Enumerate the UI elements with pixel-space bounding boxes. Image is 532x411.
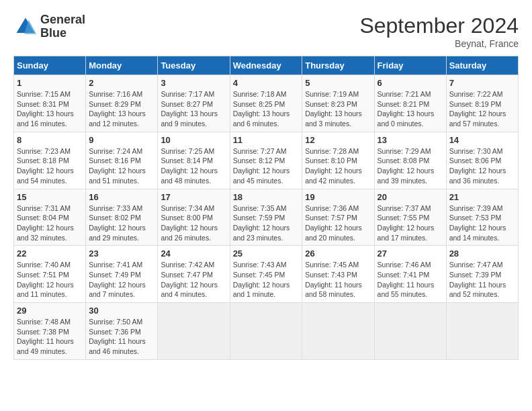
month-title: September 2024: [359, 13, 519, 38]
day-info: Sunrise: 7:41 AM Sunset: 7:49 PM Dayligh…: [89, 260, 154, 300]
calendar-cell: 13 Sunrise: 7:29 AM Sunset: 8:08 PM Dayl…: [374, 132, 446, 189]
calendar-table: SundayMondayTuesdayWednesdayThursdayFrid…: [13, 56, 519, 360]
calendar-cell: 24 Sunrise: 7:42 AM Sunset: 7:47 PM Dayl…: [158, 246, 230, 303]
calendar-cell: 23 Sunrise: 7:41 AM Sunset: 7:49 PM Dayl…: [86, 246, 158, 303]
calendar-cell: [230, 303, 302, 360]
day-info: Sunrise: 7:28 AM Sunset: 8:10 PM Dayligh…: [305, 146, 371, 186]
day-number: 5: [305, 78, 371, 88]
day-info: Sunrise: 7:24 AM Sunset: 8:16 PM Dayligh…: [89, 146, 154, 186]
calendar-cell: 14 Sunrise: 7:30 AM Sunset: 8:06 PM Dayl…: [446, 132, 518, 189]
day-number: 10: [161, 135, 226, 145]
day-info: Sunrise: 7:39 AM Sunset: 7:53 PM Dayligh…: [449, 203, 515, 243]
day-number: 2: [89, 78, 154, 88]
calendar-cell: 22 Sunrise: 7:40 AM Sunset: 7:51 PM Dayl…: [14, 246, 86, 303]
calendar-cell: [374, 303, 446, 360]
day-info: Sunrise: 7:18 AM Sunset: 8:25 PM Dayligh…: [233, 89, 300, 129]
day-number: 3: [161, 78, 226, 88]
weekday-header-friday: Friday: [374, 56, 446, 75]
day-info: Sunrise: 7:34 AM Sunset: 8:00 PM Dayligh…: [161, 203, 226, 243]
day-info: Sunrise: 7:33 AM Sunset: 8:02 PM Dayligh…: [89, 203, 154, 243]
day-number: 30: [89, 306, 154, 316]
day-info: Sunrise: 7:45 AM Sunset: 7:43 PM Dayligh…: [305, 260, 371, 300]
calendar-cell: 20 Sunrise: 7:37 AM Sunset: 7:55 PM Dayl…: [374, 189, 446, 246]
day-number: 15: [17, 192, 83, 202]
day-info: Sunrise: 7:27 AM Sunset: 8:12 PM Dayligh…: [233, 146, 300, 186]
title-area: September 2024 Beynat, France: [359, 13, 519, 49]
calendar-cell: 1 Sunrise: 7:15 AM Sunset: 8:31 PM Dayli…: [14, 75, 86, 132]
weekday-header-tuesday: Tuesday: [158, 56, 230, 75]
day-info: Sunrise: 7:21 AM Sunset: 8:21 PM Dayligh…: [378, 89, 443, 129]
day-number: 9: [89, 135, 154, 145]
day-number: 18: [233, 192, 300, 202]
calendar-cell: 25 Sunrise: 7:43 AM Sunset: 7:45 PM Dayl…: [230, 246, 302, 303]
day-number: 27: [378, 248, 443, 259]
day-info: Sunrise: 7:25 AM Sunset: 8:14 PM Dayligh…: [161, 146, 226, 186]
day-number: 21: [449, 192, 515, 202]
calendar-cell: 6 Sunrise: 7:21 AM Sunset: 8:21 PM Dayli…: [374, 75, 446, 132]
day-number: 19: [305, 192, 371, 202]
calendar-week-4: 22 Sunrise: 7:40 AM Sunset: 7:51 PM Dayl…: [14, 246, 519, 303]
calendar-cell: 11 Sunrise: 7:27 AM Sunset: 8:12 PM Dayl…: [230, 132, 302, 189]
day-number: 28: [449, 248, 515, 259]
day-number: 4: [233, 78, 300, 88]
calendar-cell: 26 Sunrise: 7:45 AM Sunset: 7:43 PM Dayl…: [302, 246, 374, 303]
day-number: 22: [17, 248, 83, 259]
day-info: Sunrise: 7:30 AM Sunset: 8:06 PM Dayligh…: [449, 146, 515, 186]
day-info: Sunrise: 7:29 AM Sunset: 8:08 PM Dayligh…: [378, 146, 443, 186]
day-number: 6: [378, 78, 443, 88]
day-number: 7: [449, 78, 515, 88]
day-info: Sunrise: 7:36 AM Sunset: 7:57 PM Dayligh…: [305, 203, 371, 243]
calendar-cell: 12 Sunrise: 7:28 AM Sunset: 8:10 PM Dayl…: [302, 132, 374, 189]
page-header: General Blue September 2024 Beynat, Fran…: [13, 13, 519, 49]
calendar-cell: [158, 303, 230, 360]
calendar-cell: 16 Sunrise: 7:33 AM Sunset: 8:02 PM Dayl…: [86, 189, 158, 246]
location: Beynat, France: [359, 38, 519, 49]
day-number: 29: [17, 306, 83, 316]
day-info: Sunrise: 7:19 AM Sunset: 8:23 PM Dayligh…: [305, 89, 371, 129]
calendar-cell: 3 Sunrise: 7:17 AM Sunset: 8:27 PM Dayli…: [158, 75, 230, 132]
day-number: 17: [161, 192, 226, 202]
day-number: 25: [233, 248, 300, 259]
day-number: 26: [305, 248, 371, 259]
weekday-header-thursday: Thursday: [302, 56, 374, 75]
calendar-cell: 15 Sunrise: 7:31 AM Sunset: 8:04 PM Dayl…: [14, 189, 86, 246]
calendar-cell: 27 Sunrise: 7:46 AM Sunset: 7:41 PM Dayl…: [374, 246, 446, 303]
weekday-header-wednesday: Wednesday: [230, 56, 302, 75]
calendar-week-5: 29 Sunrise: 7:48 AM Sunset: 7:38 PM Dayl…: [14, 303, 519, 360]
logo-text: General Blue: [40, 13, 85, 40]
weekday-header-sunday: Sunday: [14, 56, 86, 75]
calendar-cell: 18 Sunrise: 7:35 AM Sunset: 7:59 PM Dayl…: [230, 189, 302, 246]
day-info: Sunrise: 7:35 AM Sunset: 7:59 PM Dayligh…: [233, 203, 300, 243]
calendar-cell: 7 Sunrise: 7:22 AM Sunset: 8:19 PM Dayli…: [446, 75, 518, 132]
day-info: Sunrise: 7:15 AM Sunset: 8:31 PM Dayligh…: [17, 89, 83, 129]
calendar-week-2: 8 Sunrise: 7:23 AM Sunset: 8:18 PM Dayli…: [14, 132, 519, 189]
day-number: 24: [161, 248, 226, 259]
calendar-cell: 4 Sunrise: 7:18 AM Sunset: 8:25 PM Dayli…: [230, 75, 302, 132]
day-info: Sunrise: 7:47 AM Sunset: 7:39 PM Dayligh…: [449, 260, 515, 300]
day-number: 12: [305, 135, 371, 145]
logo: General Blue: [13, 13, 85, 40]
day-info: Sunrise: 7:43 AM Sunset: 7:45 PM Dayligh…: [233, 260, 300, 300]
calendar-cell: 2 Sunrise: 7:16 AM Sunset: 8:29 PM Dayli…: [86, 75, 158, 132]
day-info: Sunrise: 7:48 AM Sunset: 7:38 PM Dayligh…: [17, 317, 83, 357]
calendar-cell: 29 Sunrise: 7:48 AM Sunset: 7:38 PM Dayl…: [14, 303, 86, 360]
weekday-header-monday: Monday: [86, 56, 158, 75]
day-info: Sunrise: 7:37 AM Sunset: 7:55 PM Dayligh…: [378, 203, 443, 243]
day-info: Sunrise: 7:42 AM Sunset: 7:47 PM Dayligh…: [161, 260, 226, 300]
calendar-cell: 30 Sunrise: 7:50 AM Sunset: 7:36 PM Dayl…: [86, 303, 158, 360]
day-number: 1: [17, 78, 83, 88]
day-info: Sunrise: 7:17 AM Sunset: 8:27 PM Dayligh…: [161, 89, 226, 129]
calendar-cell: 10 Sunrise: 7:25 AM Sunset: 8:14 PM Dayl…: [158, 132, 230, 189]
day-info: Sunrise: 7:40 AM Sunset: 7:51 PM Dayligh…: [17, 260, 83, 300]
calendar-cell: 5 Sunrise: 7:19 AM Sunset: 8:23 PM Dayli…: [302, 75, 374, 132]
day-info: Sunrise: 7:22 AM Sunset: 8:19 PM Dayligh…: [449, 89, 515, 129]
calendar-cell: 9 Sunrise: 7:24 AM Sunset: 8:16 PM Dayli…: [86, 132, 158, 189]
day-number: 20: [378, 192, 443, 202]
weekday-header-saturday: Saturday: [446, 56, 518, 75]
calendar-cell: 21 Sunrise: 7:39 AM Sunset: 7:53 PM Dayl…: [446, 189, 518, 246]
weekday-header-row: SundayMondayTuesdayWednesdayThursdayFrid…: [14, 56, 519, 75]
calendar-cell: 28 Sunrise: 7:47 AM Sunset: 7:39 PM Dayl…: [446, 246, 518, 303]
calendar-cell: [446, 303, 518, 360]
day-number: 8: [17, 135, 83, 145]
day-number: 13: [378, 135, 443, 145]
